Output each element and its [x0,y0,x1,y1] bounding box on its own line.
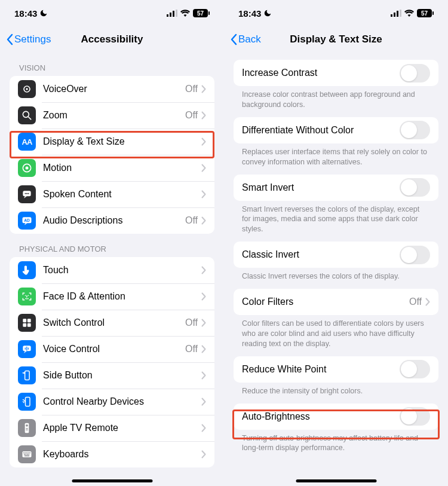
row-label: Apple TV Remote [43,423,201,433]
row-auto-brightness[interactable]: Auto-Brightness [234,404,438,430]
svg-text:AD: AD [24,218,30,222]
battery-icon: 57 [417,9,434,17]
row-reduce-white[interactable]: Reduce White Point [234,356,438,383]
toggle-reduce-white[interactable] [400,360,430,378]
svg-point-14 [25,193,26,194]
toggle-diff-color[interactable] [400,121,430,139]
content-scroll[interactable]: VISION VoiceOverOffZoomOffAADisplay & Te… [0,53,224,474]
dnd-moon-icon [263,9,272,17]
svg-rect-36 [26,430,27,430]
footer-increase-contrast: Increase color contrast between app fore… [224,86,448,117]
row-zoom[interactable]: ZoomOff [10,102,214,129]
row-spoken-content[interactable]: Spoken Content [10,181,214,207]
svg-rect-42 [29,453,30,454]
svg-rect-1 [170,13,171,17]
svg-rect-27 [26,347,27,351]
chevron-right-icon [201,85,206,93]
nearby-icon [18,393,36,411]
row-audio-desc[interactable]: ADAudio DescriptionsOff [10,207,214,234]
svg-line-10 [29,117,31,120]
chevron-right-icon [201,450,206,459]
svg-rect-40 [26,453,27,454]
svg-text:57: 57 [421,10,428,17]
footer-diff-color: Replaces user interface items that rely … [224,143,448,175]
toggle-increase-contrast[interactable] [400,64,430,82]
aa-icon: AA [18,133,36,151]
row-keyboards[interactable]: Keyboards [10,441,214,467]
svg-rect-45 [27,454,28,455]
svg-point-16 [28,193,29,194]
row-display-text[interactable]: AADisplay & Text Size [10,129,214,155]
svg-rect-29 [25,371,30,380]
vision-group: VoiceOverOffZoomOffAADisplay & Text Size… [10,76,214,234]
row-value: Off [185,344,198,354]
row-classic-invert[interactable]: Classic Invert [234,242,438,268]
row-label: Spoken Content [43,189,201,200]
chevron-right-icon [201,345,206,353]
row-label: Motion [43,163,201,173]
home-indicator[interactable] [296,479,376,482]
row-value: Off [185,110,198,121]
svg-rect-2 [173,11,174,17]
chevron-right-icon [201,292,206,301]
chevron-right-icon [201,398,206,406]
row-voiceover[interactable]: VoiceOverOff [10,76,214,102]
chevron-right-icon [201,266,206,274]
row-diff-color[interactable]: Differentiate Without Color [234,117,438,143]
wifi-icon [180,10,190,17]
row-increase-contrast[interactable]: Increase Contrast [234,60,438,86]
svg-rect-3 [176,10,177,17]
chevron-right-icon [201,164,206,172]
svg-rect-28 [28,348,29,350]
keyboard-icon [18,445,36,463]
row-label: Touch [43,265,201,276]
row-color-filters[interactable]: Color FiltersOff [234,289,438,315]
row-apple-tv[interactable]: Apple TV Remote [10,415,214,441]
toggle-classic-invert[interactable] [400,246,430,264]
svg-point-9 [23,111,29,117]
footer-reduce-white: Reduce the intensity of bright colors. [224,383,448,404]
svg-rect-32 [26,398,30,406]
row-value: Off [185,215,198,226]
toggle-smart-invert[interactable] [400,178,430,197]
voice-icon [18,340,36,358]
svg-rect-21 [23,319,26,322]
home-indicator[interactable] [72,479,152,482]
svg-point-34 [26,424,28,427]
row-label: Keyboards [43,449,201,460]
svg-rect-44 [26,454,27,455]
signal-icon [391,10,401,17]
svg-rect-23 [23,323,26,327]
row-faceid[interactable]: Face ID & Attention [10,283,214,310]
row-label: Differentiate Without Color [242,125,400,136]
svg-rect-53 [432,11,434,15]
touch-icon [18,261,36,279]
back-button[interactable]: Back [230,33,261,45]
row-voice-control[interactable]: Voice ControlOff [10,336,214,362]
back-button[interactable]: Settings [6,33,51,45]
voiceover-icon [18,80,36,98]
row-label: Display & Text Size [43,136,201,147]
row-label: Color Filters [242,297,409,307]
row-label: Zoom [43,110,185,121]
group-color-filters: Color FiltersOff [234,289,438,315]
zoom-icon [18,106,36,124]
row-touch[interactable]: Touch [10,257,214,283]
svg-point-12 [26,167,29,170]
nav-bar: Back Display & Text Size [224,26,448,53]
battery-icon: 57 [193,9,210,17]
row-side-button[interactable]: Side Button [10,362,214,389]
row-motion[interactable]: Motion [10,155,214,181]
row-label: Auto-Brightness [242,411,400,422]
content-scroll[interactable]: Increase ContrastIncrease color contrast… [224,53,448,474]
footer-auto-brightness: Turning off auto-brightness may affect b… [224,430,448,461]
row-label: Voice Control [43,344,185,354]
remote-icon [18,419,36,437]
row-switch-control[interactable]: Switch ControlOff [10,310,214,336]
row-nearby[interactable]: Control Nearby Devices [10,389,214,415]
toggle-auto-brightness[interactable] [400,407,430,426]
row-label: VoiceOver [43,84,185,94]
row-label: Smart Invert [242,182,400,193]
row-smart-invert[interactable]: Smart Invert [234,175,438,201]
row-value: Off [409,297,422,307]
